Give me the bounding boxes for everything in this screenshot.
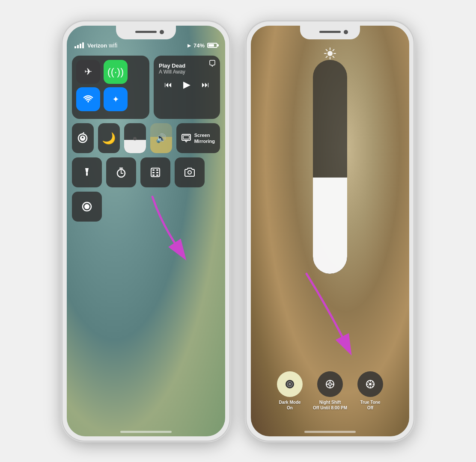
camera-2 [344,30,348,34]
cc-fourth-row [72,192,220,222]
dark-mode-button[interactable] [277,371,303,397]
wifi-button[interactable]: ((·)) [104,60,128,84]
battery-fill [208,44,214,47]
speaker [135,31,157,33]
camera-button[interactable] [175,157,205,187]
screen-record-icon [81,201,92,212]
location-icon: ▶ [187,43,191,48]
cc-connectivity: ✈ ((·)) [72,56,149,119]
flashlight-button[interactable] [72,157,102,187]
calculator-icon [150,167,161,178]
airplane-mode-button[interactable]: ✈ [76,60,100,84]
brightness-large-control[interactable] [313,60,347,274]
camera-icon [184,167,195,178]
dark-mode-label: Dark Mode On [279,400,300,411]
timer-icon [116,167,127,178]
notch-1 [116,26,176,39]
true-tone-group: True Tone Off [357,371,383,411]
svg-rect-6 [86,172,88,176]
screen-content-1: Verizon wifi ▶ 74% [67,26,225,436]
screen-content-2: Dark Mode On [251,26,409,436]
cc-music-player[interactable]: Play Dead A Will Away ⏮ ▶ ⏭ [154,56,220,119]
cc-second-row: 🌙 🔊 [72,123,220,153]
speaker-2 [319,31,341,33]
status-right: ▶ 74% [187,42,217,49]
cc-conn-top: ✈ ((·)) [76,60,145,84]
brightness-track [313,60,347,274]
cc-conn-bottom: ✦ [76,87,145,111]
music-controls: ⏮ ▶ ⏭ [159,79,215,90]
svg-point-17 [84,204,89,209]
iphone-2-screen: Dark Mode On [251,26,409,436]
orientation-lock-icon [77,132,89,144]
svg-line-46 [372,386,373,387]
brightness-slider[interactable] [124,123,146,153]
signal-bars [74,42,84,48]
calculator-button[interactable] [140,157,170,187]
bar4 [82,42,84,48]
sun-icon [324,47,336,60]
airplane-icon: ✈ [84,66,92,77]
screen-mirroring-label: ScreenMirroring [194,132,215,145]
dark-mode-group: Dark Mode On [277,371,303,411]
play-button[interactable]: ▶ [183,79,190,90]
svg-line-48 [372,382,373,382]
iphone-1: Verizon wifi ▶ 74% [62,21,229,441]
notch-2 [300,26,360,39]
svg-point-19 [327,51,333,56]
true-tone-icon [364,378,376,390]
night-shift-button[interactable] [317,371,343,397]
fast-forward-button[interactable]: ⏭ [202,80,209,89]
orientation-lock-button[interactable] [72,123,94,153]
battery-icon [207,43,217,48]
carrier-label: Verizon [87,42,107,49]
svg-rect-10 [156,169,158,171]
iphone-1-screen: Verizon wifi ▶ 74% [67,26,225,436]
do-not-disturb-button[interactable]: 🌙 [98,123,120,153]
wifi-status-icon: wifi [109,42,117,49]
brightness-lower-fill [313,178,347,274]
wifi-waves-icon [82,93,94,105]
true-tone-label: True Tone Off [360,400,380,411]
moon-icon: 🌙 [102,132,116,145]
svg-line-25 [333,56,334,58]
cc-third-row [72,157,220,187]
volume-icon: 🔊 [156,133,167,143]
control-center: ✈ ((·)) [72,56,220,222]
wifi-blue-button[interactable] [76,87,100,111]
svg-point-38 [329,383,331,385]
screen-record-button[interactable] [72,192,102,222]
svg-rect-9 [152,169,155,171]
bluetooth-icon: ✦ [112,94,119,104]
rewind-button[interactable]: ⏮ [164,80,172,89]
night-shift-group: Night Shift Off Until 8:00 PM [313,371,347,411]
camera [160,30,164,34]
svg-point-31 [289,383,291,385]
svg-line-47 [368,386,369,387]
bottom-controls: Dark Mode On [251,371,409,411]
iphone-2: Dark Mode On [247,21,414,441]
svg-line-27 [333,50,334,51]
svg-line-24 [326,50,327,51]
timer-button[interactable] [106,157,136,187]
music-title: Play Dead [159,62,215,69]
night-shift-label: Night Shift Off Until 8:00 PM [313,400,347,411]
wifi-icon: ((·)) [107,66,124,78]
volume-slider[interactable]: 🔊 [150,123,172,153]
svg-rect-5 [183,136,189,139]
night-shift-icon [324,378,336,390]
status-left: Verizon wifi [74,42,117,49]
arrow-annotation-2 [285,265,371,359]
bar3 [80,44,81,48]
svg-line-26 [326,56,327,58]
true-tone-button[interactable] [357,371,383,397]
svg-rect-11 [152,172,155,173]
screen-mirroring-icon [181,133,191,143]
cc-top-row: ✈ ((·)) [72,56,220,119]
flashlight-icon [81,167,92,178]
svg-point-15 [188,171,191,174]
screen-mirroring-button[interactable]: ScreenMirroring [176,123,220,153]
bar1 [74,46,76,48]
home-indicator-2 [304,431,356,433]
bluetooth-button[interactable]: ✦ [104,87,128,111]
